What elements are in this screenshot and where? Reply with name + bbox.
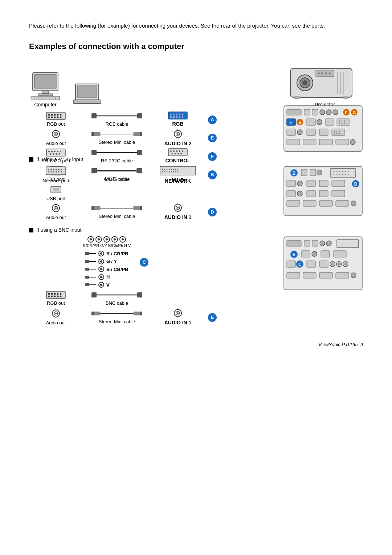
svg-text:F: F bbox=[345, 110, 348, 115]
rs232-cable-col: RS-232C cable bbox=[83, 149, 151, 165]
svg-point-123 bbox=[334, 130, 335, 131]
audio1-m1d-row: Audio out Stereo Mini cable bbox=[29, 203, 283, 221]
svg-rect-75 bbox=[137, 150, 142, 155]
audio1-proj-icon-bnc bbox=[173, 308, 183, 318]
svg-point-99 bbox=[333, 110, 338, 115]
svg-point-234 bbox=[48, 296, 50, 297]
svg-rect-241 bbox=[137, 292, 142, 297]
svg-point-48 bbox=[179, 116, 181, 118]
svg-rect-226 bbox=[85, 283, 89, 286]
svg-point-265 bbox=[312, 251, 317, 256]
svg-rect-228 bbox=[46, 291, 65, 299]
svg-rect-96 bbox=[312, 109, 318, 115]
svg-point-7 bbox=[55, 97, 60, 100]
svg-rect-3 bbox=[38, 94, 53, 96]
svg-point-43 bbox=[179, 114, 181, 116]
svg-point-85 bbox=[180, 153, 182, 154]
svg-rect-220 bbox=[85, 260, 89, 263]
svg-point-27 bbox=[51, 114, 53, 116]
svg-rect-201 bbox=[287, 180, 295, 187]
bnc-projector-rear-container: E C bbox=[283, 236, 363, 293]
svg-point-141 bbox=[48, 171, 49, 173]
svg-point-19 bbox=[328, 72, 331, 74]
audio1-proj-port-m1d: AUDIO IN 1 bbox=[151, 203, 205, 221]
svg-rect-218 bbox=[85, 252, 89, 255]
rgb-cable-col: RGB cable bbox=[83, 112, 151, 128]
svg-point-114 bbox=[344, 120, 345, 121]
svg-point-166 bbox=[177, 171, 179, 172]
badge-a-col: A bbox=[205, 116, 218, 124]
svg-rect-174 bbox=[94, 206, 101, 210]
svg-rect-131 bbox=[319, 139, 332, 145]
svg-rect-208 bbox=[307, 190, 315, 197]
svg-point-207 bbox=[297, 191, 302, 196]
svg-point-79 bbox=[176, 150, 177, 152]
svg-point-237 bbox=[57, 296, 59, 297]
computer-image-group: Computer bbox=[29, 72, 62, 109]
svg-rect-282 bbox=[336, 272, 349, 278]
dvi-device: DVI port bbox=[29, 166, 83, 183]
svg-point-139 bbox=[58, 169, 60, 170]
bnc-cable-label: BNC cable bbox=[106, 300, 128, 307]
bnc-bullet bbox=[29, 228, 33, 232]
svg-point-41 bbox=[173, 114, 175, 116]
page-number: 9 bbox=[360, 341, 363, 348]
svg-rect-261 bbox=[337, 240, 359, 248]
svg-rect-25 bbox=[46, 112, 65, 119]
svg-point-283 bbox=[351, 273, 356, 278]
svg-point-159 bbox=[162, 171, 163, 172]
svg-point-127 bbox=[336, 133, 338, 134]
svg-rect-268 bbox=[287, 261, 295, 267]
svg-rect-39 bbox=[168, 112, 187, 119]
usb-port-label: USB port bbox=[46, 195, 66, 202]
svg-point-81 bbox=[182, 150, 183, 152]
svg-rect-258 bbox=[312, 240, 318, 246]
svg-rect-149 bbox=[136, 168, 142, 173]
svg-rect-281 bbox=[319, 272, 332, 278]
svg-point-16 bbox=[318, 72, 320, 74]
rgb-out-device: RGB out bbox=[29, 112, 83, 128]
svg-rect-110 bbox=[325, 119, 334, 125]
stereo-cable-col-1: Stereo Mini cable bbox=[83, 130, 151, 146]
svg-rect-203 bbox=[307, 180, 315, 187]
svg-rect-176 bbox=[134, 206, 140, 210]
svg-rect-129 bbox=[287, 139, 300, 145]
bnc-label-g: G / Y bbox=[106, 258, 117, 265]
svg-point-72 bbox=[58, 153, 60, 155]
bnc-label-b: B / CB/PB bbox=[106, 266, 128, 273]
svg-rect-249 bbox=[134, 312, 140, 316]
rgb-bnc-row: RGB out BNC cable bbox=[29, 291, 283, 307]
svg-point-154 bbox=[169, 169, 170, 170]
svg-point-28 bbox=[54, 114, 56, 116]
svg-point-113 bbox=[342, 120, 343, 121]
laptop-image-group bbox=[73, 83, 102, 109]
svg-point-187 bbox=[317, 170, 322, 175]
svg-rect-188 bbox=[330, 169, 356, 177]
svg-rect-185 bbox=[301, 169, 307, 176]
bnc-circle-v bbox=[98, 282, 104, 288]
bnc-conn-rows: R/CR/PR G/Y B/Cb/Pb H V R / CR/PR bbox=[29, 236, 283, 327]
svg-point-124 bbox=[336, 130, 338, 131]
svg-rect-280 bbox=[303, 272, 316, 278]
page-footer: ViewSonic PJ1165 9 bbox=[29, 341, 363, 348]
svg-rect-121 bbox=[319, 129, 328, 135]
svg-text:C: C bbox=[298, 262, 302, 267]
bnc-circle-b bbox=[98, 266, 104, 272]
m1d-conn-rows: DVI port M1-D cable bbox=[29, 166, 283, 222]
badge-d-col: D bbox=[205, 208, 218, 216]
svg-rect-168 bbox=[53, 188, 59, 191]
svg-text:E: E bbox=[293, 252, 295, 257]
svg-point-17 bbox=[321, 72, 323, 74]
svg-point-138 bbox=[56, 169, 57, 170]
projector-rear-panel-bnc: E C bbox=[283, 236, 363, 291]
audio1-proj-icon-m1d bbox=[173, 203, 183, 213]
svg-point-232 bbox=[57, 293, 59, 295]
svg-point-236 bbox=[54, 296, 56, 297]
usb-row: USB port bbox=[29, 185, 283, 202]
svg-rect-118 bbox=[287, 129, 295, 135]
bnc-line-h: H bbox=[85, 274, 128, 281]
badge-f: F bbox=[208, 152, 217, 161]
bnc-connectors-row bbox=[87, 236, 126, 243]
m1d-conn-row: DVI port M1-D cable bbox=[29, 166, 283, 184]
svg-rect-266 bbox=[321, 251, 330, 257]
